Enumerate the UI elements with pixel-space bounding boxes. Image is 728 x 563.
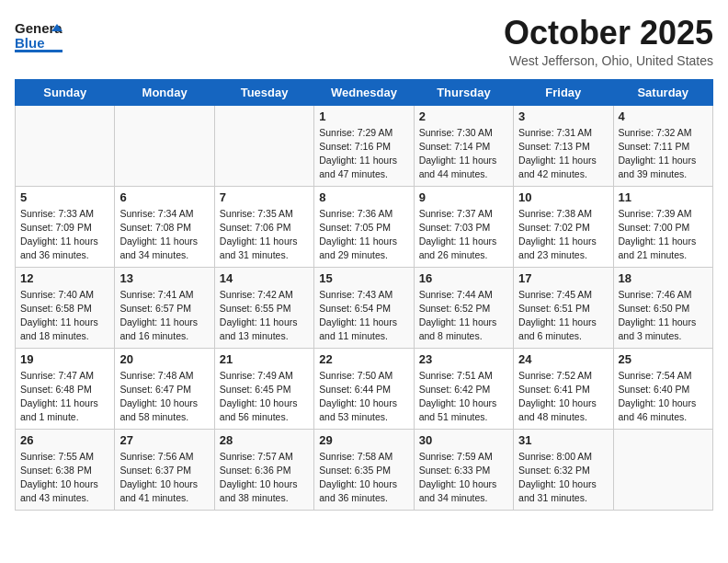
day-number: 15	[319, 271, 408, 285]
day-detail: Sunrise: 7:36 AM Sunset: 7:05 PM Dayligh…	[319, 207, 408, 263]
day-number: 3	[518, 109, 608, 123]
day-number: 6	[119, 190, 209, 204]
day-number: 7	[220, 190, 309, 204]
day-detail: Sunrise: 7:59 AM Sunset: 6:33 PM Dayligh…	[419, 450, 508, 506]
day-cell: 4Sunrise: 7:32 AM Sunset: 7:11 PM Daylig…	[613, 105, 712, 186]
day-detail: Sunrise: 7:42 AM Sunset: 6:55 PM Dayligh…	[220, 288, 309, 344]
day-cell: 23Sunrise: 7:51 AM Sunset: 6:42 PM Dayli…	[414, 348, 513, 429]
col-header-saturday: Saturday	[613, 79, 712, 105]
svg-text:Blue: Blue	[15, 35, 45, 51]
day-cell	[214, 105, 313, 186]
day-detail: Sunrise: 7:54 AM Sunset: 6:40 PM Dayligh…	[619, 369, 708, 425]
day-detail: Sunrise: 7:39 AM Sunset: 7:00 PM Dayligh…	[619, 207, 708, 263]
day-number: 30	[419, 433, 508, 447]
day-cell: 19Sunrise: 7:47 AM Sunset: 6:48 PM Dayli…	[16, 348, 115, 429]
day-number: 17	[518, 271, 608, 285]
svg-rect-3	[15, 50, 63, 52]
day-number: 8	[319, 190, 408, 204]
day-cell: 16Sunrise: 7:44 AM Sunset: 6:52 PM Dayli…	[414, 267, 513, 348]
day-cell: 27Sunrise: 7:56 AM Sunset: 6:37 PM Dayli…	[115, 429, 214, 510]
day-number: 29	[319, 433, 408, 447]
day-detail: Sunrise: 7:44 AM Sunset: 6:52 PM Dayligh…	[419, 288, 508, 344]
day-number: 28	[220, 433, 309, 447]
day-cell: 30Sunrise: 7:59 AM Sunset: 6:33 PM Dayli…	[414, 429, 513, 510]
day-detail: Sunrise: 7:57 AM Sunset: 6:36 PM Dayligh…	[220, 450, 309, 506]
day-number: 22	[319, 352, 408, 366]
day-detail: Sunrise: 7:56 AM Sunset: 6:37 PM Dayligh…	[119, 450, 209, 506]
logo: General Blue	[15, 15, 63, 55]
day-cell: 13Sunrise: 7:41 AM Sunset: 6:57 PM Dayli…	[115, 267, 214, 348]
title-block: October 2025 West Jefferson, Ohio, Unite…	[504, 15, 713, 68]
day-detail: Sunrise: 7:37 AM Sunset: 7:03 PM Dayligh…	[419, 207, 508, 263]
day-cell: 18Sunrise: 7:46 AM Sunset: 6:50 PM Dayli…	[613, 267, 712, 348]
day-cell: 22Sunrise: 7:50 AM Sunset: 6:44 PM Dayli…	[314, 348, 414, 429]
day-cell: 8Sunrise: 7:36 AM Sunset: 7:05 PM Daylig…	[314, 186, 414, 267]
day-detail: Sunrise: 7:38 AM Sunset: 7:02 PM Dayligh…	[518, 207, 608, 263]
day-number: 16	[419, 271, 508, 285]
day-number: 13	[119, 271, 209, 285]
day-detail: Sunrise: 7:45 AM Sunset: 6:51 PM Dayligh…	[518, 288, 608, 344]
day-detail: Sunrise: 7:34 AM Sunset: 7:08 PM Dayligh…	[119, 207, 209, 263]
day-detail: Sunrise: 7:35 AM Sunset: 7:06 PM Dayligh…	[220, 207, 309, 263]
col-header-sunday: Sunday	[16, 79, 115, 105]
day-number: 10	[518, 190, 608, 204]
day-cell: 12Sunrise: 7:40 AM Sunset: 6:58 PM Dayli…	[16, 267, 115, 348]
day-cell	[16, 105, 115, 186]
day-number: 11	[619, 190, 708, 204]
day-detail: Sunrise: 7:31 AM Sunset: 7:13 PM Dayligh…	[518, 126, 608, 182]
day-detail: Sunrise: 7:49 AM Sunset: 6:45 PM Dayligh…	[220, 369, 309, 425]
col-header-friday: Friday	[514, 79, 613, 105]
day-number: 20	[119, 352, 209, 366]
day-detail: Sunrise: 7:29 AM Sunset: 7:16 PM Dayligh…	[319, 126, 408, 182]
day-cell: 6Sunrise: 7:34 AM Sunset: 7:08 PM Daylig…	[115, 186, 214, 267]
day-cell: 3Sunrise: 7:31 AM Sunset: 7:13 PM Daylig…	[514, 105, 613, 186]
day-cell: 25Sunrise: 7:54 AM Sunset: 6:40 PM Dayli…	[613, 348, 712, 429]
day-number: 12	[20, 271, 109, 285]
day-detail: Sunrise: 8:00 AM Sunset: 6:32 PM Dayligh…	[518, 450, 608, 506]
day-number: 24	[518, 352, 608, 366]
day-detail: Sunrise: 7:46 AM Sunset: 6:50 PM Dayligh…	[619, 288, 708, 344]
month-title: October 2025	[504, 15, 713, 52]
week-row-1: 1Sunrise: 7:29 AM Sunset: 7:16 PM Daylig…	[16, 105, 713, 186]
day-cell: 5Sunrise: 7:33 AM Sunset: 7:09 PM Daylig…	[16, 186, 115, 267]
location-subtitle: West Jefferson, Ohio, United States	[504, 53, 713, 68]
day-cell: 31Sunrise: 8:00 AM Sunset: 6:32 PM Dayli…	[514, 429, 613, 510]
day-number: 26	[20, 433, 109, 447]
day-detail: Sunrise: 7:41 AM Sunset: 6:57 PM Dayligh…	[119, 288, 209, 344]
day-number: 1	[319, 109, 408, 123]
day-number: 5	[20, 190, 109, 204]
day-cell: 2Sunrise: 7:30 AM Sunset: 7:14 PM Daylig…	[414, 105, 513, 186]
day-cell: 14Sunrise: 7:42 AM Sunset: 6:55 PM Dayli…	[214, 267, 313, 348]
day-cell: 1Sunrise: 7:29 AM Sunset: 7:16 PM Daylig…	[314, 105, 414, 186]
day-detail: Sunrise: 7:43 AM Sunset: 6:54 PM Dayligh…	[319, 288, 408, 344]
day-detail: Sunrise: 7:33 AM Sunset: 7:09 PM Dayligh…	[20, 207, 109, 263]
col-header-thursday: Thursday	[414, 79, 513, 105]
day-cell: 9Sunrise: 7:37 AM Sunset: 7:03 PM Daylig…	[414, 186, 513, 267]
col-header-monday: Monday	[115, 79, 214, 105]
day-detail: Sunrise: 7:47 AM Sunset: 6:48 PM Dayligh…	[20, 369, 109, 425]
day-cell: 15Sunrise: 7:43 AM Sunset: 6:54 PM Dayli…	[314, 267, 414, 348]
day-detail: Sunrise: 7:51 AM Sunset: 6:42 PM Dayligh…	[419, 369, 508, 425]
col-header-wednesday: Wednesday	[314, 79, 414, 105]
day-number: 31	[518, 433, 608, 447]
day-detail: Sunrise: 7:55 AM Sunset: 6:38 PM Dayligh…	[20, 450, 109, 506]
day-number: 4	[619, 109, 708, 123]
page-header: General Blue October 2025 West Jefferson…	[15, 15, 713, 68]
day-detail: Sunrise: 7:32 AM Sunset: 7:11 PM Dayligh…	[619, 126, 708, 182]
day-detail: Sunrise: 7:40 AM Sunset: 6:58 PM Dayligh…	[20, 288, 109, 344]
day-cell: 28Sunrise: 7:57 AM Sunset: 6:36 PM Dayli…	[214, 429, 313, 510]
week-row-3: 12Sunrise: 7:40 AM Sunset: 6:58 PM Dayli…	[16, 267, 713, 348]
day-cell: 21Sunrise: 7:49 AM Sunset: 6:45 PM Dayli…	[214, 348, 313, 429]
week-row-5: 26Sunrise: 7:55 AM Sunset: 6:38 PM Dayli…	[16, 429, 713, 510]
day-cell: 24Sunrise: 7:52 AM Sunset: 6:41 PM Dayli…	[514, 348, 613, 429]
day-cell: 20Sunrise: 7:48 AM Sunset: 6:47 PM Dayli…	[115, 348, 214, 429]
calendar-header-row: SundayMondayTuesdayWednesdayThursdayFrid…	[16, 79, 713, 105]
logo-icon: General Blue	[15, 15, 63, 55]
week-row-4: 19Sunrise: 7:47 AM Sunset: 6:48 PM Dayli…	[16, 348, 713, 429]
day-cell: 26Sunrise: 7:55 AM Sunset: 6:38 PM Dayli…	[16, 429, 115, 510]
day-detail: Sunrise: 7:30 AM Sunset: 7:14 PM Dayligh…	[419, 126, 508, 182]
day-number: 25	[619, 352, 708, 366]
col-header-tuesday: Tuesday	[214, 79, 313, 105]
week-row-2: 5Sunrise: 7:33 AM Sunset: 7:09 PM Daylig…	[16, 186, 713, 267]
day-cell: 10Sunrise: 7:38 AM Sunset: 7:02 PM Dayli…	[514, 186, 613, 267]
